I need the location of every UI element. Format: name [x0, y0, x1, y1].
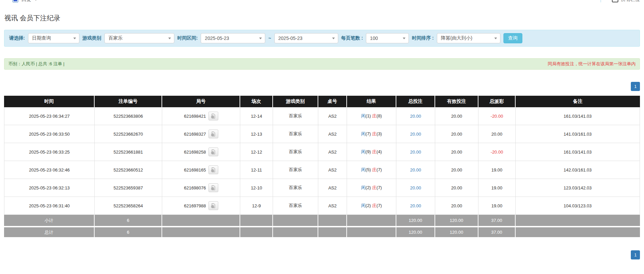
date-to-select[interactable]: 2025-05-23	[274, 33, 338, 43]
video-replay-button[interactable]	[208, 112, 218, 120]
col-total-bet: 总投注	[396, 96, 435, 107]
cell-round-id: 621698165	[162, 161, 240, 179]
result-banker-score: (7)	[376, 185, 382, 190]
game-type-value: 百家乐	[108, 35, 123, 41]
cell-table-no: AS2	[318, 125, 347, 143]
cell-total-bet: 20.00	[396, 107, 435, 125]
cell-total-bet: 20.00	[396, 143, 435, 161]
caret-down-icon	[34, 0, 37, 1]
total-bet-link[interactable]: 20.00	[410, 114, 421, 119]
filter-bar: 请选择: 日期查询 游戏类别 百家乐 时间区间: 2025-05-23 ~ 20…	[4, 30, 640, 47]
subtotal-total-bet: 120.00	[396, 215, 435, 226]
cell-remark: 141.03/161.03	[516, 125, 640, 143]
video-replay-button[interactable]	[208, 130, 218, 138]
col-remark: 备注	[516, 96, 640, 107]
result-banker: 庄	[372, 185, 376, 190]
caret-down-icon	[259, 38, 262, 39]
page-1-button[interactable]: 1	[631, 250, 640, 259]
cell-valid-bet: 20.00	[435, 143, 478, 161]
caret-down-icon	[73, 38, 76, 39]
cell-payout: 20.00	[478, 125, 516, 143]
pagination-top: 1	[631, 82, 640, 91]
video-replay-button[interactable]	[208, 147, 218, 156]
table-row: 2025-05-23 06:34:27 522523663806 6216984…	[4, 107, 640, 125]
cell-table-no: AS2	[318, 143, 347, 161]
video-replay-icon	[210, 203, 216, 208]
result-player: 闲	[361, 113, 366, 118]
cell-valid-bet: 20.00	[435, 179, 478, 197]
video-replay-button[interactable]	[208, 165, 218, 174]
page-1-button[interactable]: 1	[631, 82, 640, 91]
cell-time: 2025-05-23 06:34:27	[4, 107, 95, 125]
cell-bet-id: 522523659387	[95, 179, 162, 197]
cell-payout: -20.00	[478, 143, 516, 161]
subtotal-label: 小计	[4, 215, 95, 226]
cell-game-type: 百家乐	[273, 197, 318, 215]
cell-game-type: 百家乐	[273, 161, 318, 179]
result-banker-score: (8)	[376, 113, 382, 118]
cell-remark: 142.03/161.03	[516, 161, 640, 179]
sort-select[interactable]: 降冪(由大到小)	[437, 33, 500, 43]
bet-records-table: 时间 注单编号 局号 场次 游戏类别 桌号 结果 总投注 有效投注 总派彩 备注…	[4, 96, 640, 237]
result-banker: 庄	[372, 149, 376, 154]
cell-result: 闲(1) 庄(8)	[347, 107, 396, 125]
caret-down-icon	[332, 38, 335, 39]
cell-game-type: 百家乐	[273, 179, 318, 197]
result-player-score: (9)	[366, 149, 371, 154]
cell-round-id: 621698258	[162, 143, 240, 161]
currency-summary: 币别：人民币 | 总共 :6 注单 |	[8, 61, 65, 67]
cell-bet-id: 522523663806	[95, 107, 162, 125]
cell-session: 12-13	[240, 125, 273, 143]
cell-remark: 161.03/141.03	[516, 143, 640, 161]
round-id-value: 621698258	[184, 150, 206, 155]
page-size-select[interactable]: 100	[366, 33, 409, 43]
subtotal-row: 小计 6 120.00 120.00 37.00	[4, 215, 640, 226]
divider	[600, 0, 601, 2]
total-bet-link[interactable]: 20.00	[410, 150, 421, 155]
total-bet-link[interactable]: 20.00	[410, 132, 421, 137]
cell-bet-id: 522523662670	[95, 125, 162, 143]
cell-table-no: AS2	[318, 107, 347, 125]
result-player: 闲	[361, 167, 366, 172]
col-valid-bet: 有效投注	[435, 96, 478, 107]
video-replay-icon	[210, 131, 216, 137]
total-total-bet: 120.00	[396, 226, 435, 237]
video-replay-button[interactable]	[208, 183, 218, 192]
subtotal-payout: 37.00	[478, 215, 516, 226]
tilde-separator: ~	[268, 36, 271, 41]
cell-session: 12-14	[240, 107, 273, 125]
cell-result: 闲(2) 庄(7)	[347, 179, 396, 197]
total-bet-link[interactable]: 20.00	[410, 185, 421, 190]
table-row: 2025-05-23 06:31:40 522523658264 6216979…	[4, 197, 640, 215]
cell-session: 12-11	[240, 161, 273, 179]
subtotal-count: 6	[95, 215, 162, 226]
game-type-select[interactable]: 百家乐	[104, 33, 174, 43]
cell-payout: 19.00	[478, 179, 516, 197]
date-from-select[interactable]: 2025-05-23	[201, 33, 265, 43]
top-toolbar: 回复 所有栏位	[0, 0, 644, 4]
col-session: 场次	[240, 96, 273, 107]
total-bet-link[interactable]: 20.00	[410, 167, 421, 173]
caret-down-icon	[168, 38, 171, 39]
cell-result: 闲(7) 庄(3)	[347, 125, 396, 143]
checkbox-icon[interactable]	[13, 0, 18, 2]
result-player: 闲	[361, 185, 366, 190]
cell-game-type: 百家乐	[273, 143, 318, 161]
video-replay-button[interactable]	[208, 201, 218, 210]
result-player-score: (1)	[366, 113, 371, 118]
cell-round-id: 621698327	[162, 125, 240, 143]
all-columns-toggle[interactable]: 所有栏位	[600, 0, 640, 3]
pagination-bottom: 1	[631, 250, 640, 259]
result-banker: 庄	[372, 113, 376, 118]
cell-valid-bet: 20.00	[435, 197, 478, 215]
cell-round-id: 621697988	[162, 197, 240, 215]
table-row: 2025-05-23 06:32:13 522523659387 6216980…	[4, 179, 640, 197]
cell-game-type: 百家乐	[273, 107, 318, 125]
query-type-select[interactable]: 日期查询	[28, 33, 79, 43]
total-bet-link[interactable]: 20.00	[410, 203, 421, 208]
search-button[interactable]: 查询	[503, 33, 522, 43]
subtotal-valid-bet: 120.00	[435, 215, 478, 226]
round-id-value: 621698076	[184, 185, 206, 190]
reply-toggle[interactable]: 回复	[13, 0, 37, 3]
result-player-score: (7)	[366, 131, 371, 136]
